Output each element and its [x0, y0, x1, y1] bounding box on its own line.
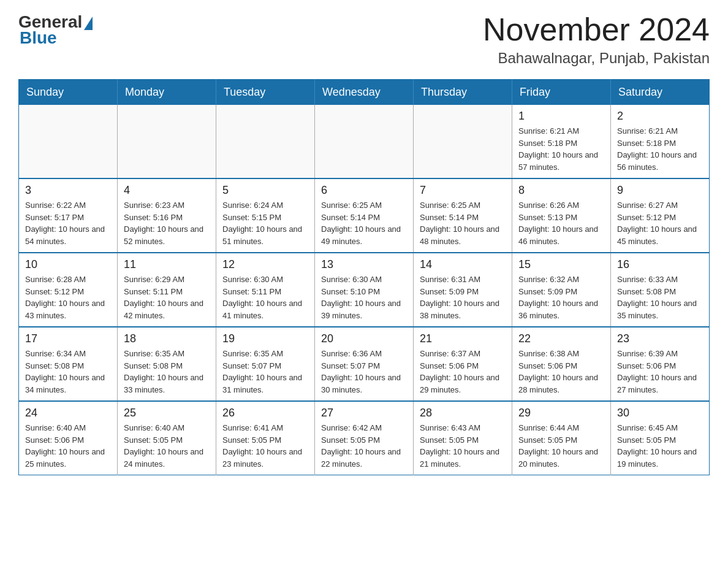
day-number: 24: [25, 407, 111, 419]
calendar-cell: 21Sunrise: 6:37 AM Sunset: 5:06 PM Dayli…: [414, 327, 512, 401]
day-info: Sunrise: 6:27 AM Sunset: 5:12 PM Dayligh…: [617, 199, 703, 247]
day-info: Sunrise: 6:32 AM Sunset: 5:09 PM Dayligh…: [518, 274, 604, 321]
calendar-week-4: 17Sunrise: 6:34 AM Sunset: 5:08 PM Dayli…: [19, 327, 710, 401]
day-number: 16: [617, 258, 703, 271]
day-number: 19: [222, 332, 308, 345]
title-section: November 2024 Bahawalnagar, Punjab, Paki…: [483, 12, 710, 67]
calendar-cell: 24Sunrise: 6:40 AM Sunset: 5:06 PM Dayli…: [19, 401, 118, 475]
day-number: 7: [420, 184, 506, 197]
calendar-cell: 5Sunrise: 6:24 AM Sunset: 5:15 PM Daylig…: [216, 178, 315, 253]
logo: General Blue: [18, 12, 93, 48]
weekday-header-saturday: Saturday: [611, 80, 710, 105]
calendar-cell: 13Sunrise: 6:30 AM Sunset: 5:10 PM Dayli…: [315, 253, 414, 327]
day-number: 9: [617, 184, 703, 197]
day-number: 8: [518, 184, 604, 197]
day-info: Sunrise: 6:40 AM Sunset: 5:05 PM Dayligh…: [124, 422, 210, 470]
day-info: Sunrise: 6:29 AM Sunset: 5:11 PM Dayligh…: [124, 274, 210, 321]
calendar-week-3: 10Sunrise: 6:28 AM Sunset: 5:12 PM Dayli…: [19, 253, 710, 327]
page-header: General Blue November 2024 Bahawalnagar,…: [18, 12, 710, 67]
calendar-table: SundayMondayTuesdayWednesdayThursdayFrid…: [18, 79, 710, 475]
calendar-cell: 10Sunrise: 6:28 AM Sunset: 5:12 PM Dayli…: [19, 253, 118, 327]
day-info: Sunrise: 6:35 AM Sunset: 5:08 PM Dayligh…: [124, 348, 210, 396]
logo-triangle-icon: [84, 17, 93, 30]
location-title: Bahawalnagar, Punjab, Pakistan: [483, 50, 710, 67]
day-info: Sunrise: 6:34 AM Sunset: 5:08 PM Dayligh…: [25, 348, 111, 396]
day-info: Sunrise: 6:30 AM Sunset: 5:10 PM Dayligh…: [321, 274, 407, 321]
day-number: 12: [222, 258, 308, 271]
calendar-cell: 18Sunrise: 6:35 AM Sunset: 5:08 PM Dayli…: [118, 327, 216, 401]
weekday-header-tuesday: Tuesday: [216, 80, 315, 105]
calendar-cell: 27Sunrise: 6:42 AM Sunset: 5:05 PM Dayli…: [315, 401, 414, 475]
calendar-cell: [315, 105, 414, 178]
day-number: 26: [222, 407, 308, 419]
calendar-cell: 22Sunrise: 6:38 AM Sunset: 5:06 PM Dayli…: [512, 327, 611, 401]
logo-blue-text: Blue: [20, 28, 57, 48]
day-number: 28: [420, 407, 506, 419]
day-info: Sunrise: 6:33 AM Sunset: 5:08 PM Dayligh…: [617, 274, 703, 321]
day-number: 3: [25, 184, 111, 197]
day-number: 21: [420, 332, 506, 345]
day-info: Sunrise: 6:40 AM Sunset: 5:06 PM Dayligh…: [25, 422, 111, 470]
day-number: 4: [124, 184, 210, 197]
day-number: 15: [518, 258, 604, 271]
calendar-cell: [414, 105, 512, 178]
day-info: Sunrise: 6:21 AM Sunset: 5:18 PM Dayligh…: [518, 125, 604, 173]
day-number: 18: [124, 332, 210, 345]
weekday-header-friday: Friday: [512, 80, 611, 105]
day-number: 22: [518, 332, 604, 345]
day-number: 27: [321, 407, 407, 419]
calendar-cell: 26Sunrise: 6:41 AM Sunset: 5:05 PM Dayli…: [216, 401, 315, 475]
calendar-cell: 1Sunrise: 6:21 AM Sunset: 5:18 PM Daylig…: [512, 105, 611, 178]
weekday-header-monday: Monday: [118, 80, 216, 105]
day-number: 10: [25, 258, 111, 271]
weekday-header-wednesday: Wednesday: [315, 80, 414, 105]
calendar-cell: [19, 105, 118, 178]
calendar-cell: 6Sunrise: 6:25 AM Sunset: 5:14 PM Daylig…: [315, 178, 414, 253]
day-info: Sunrise: 6:43 AM Sunset: 5:05 PM Dayligh…: [420, 422, 506, 470]
calendar-cell: 16Sunrise: 6:33 AM Sunset: 5:08 PM Dayli…: [611, 253, 710, 327]
calendar-cell: 11Sunrise: 6:29 AM Sunset: 5:11 PM Dayli…: [118, 253, 216, 327]
calendar-cell: [216, 105, 315, 178]
day-info: Sunrise: 6:22 AM Sunset: 5:17 PM Dayligh…: [25, 199, 111, 247]
calendar-cell: 12Sunrise: 6:30 AM Sunset: 5:11 PM Dayli…: [216, 253, 315, 327]
day-info: Sunrise: 6:28 AM Sunset: 5:12 PM Dayligh…: [25, 274, 111, 321]
day-info: Sunrise: 6:31 AM Sunset: 5:09 PM Dayligh…: [420, 274, 506, 321]
day-number: 30: [617, 407, 703, 419]
calendar-cell: 23Sunrise: 6:39 AM Sunset: 5:06 PM Dayli…: [611, 327, 710, 401]
weekday-header-sunday: Sunday: [19, 80, 118, 105]
day-number: 14: [420, 258, 506, 271]
calendar-cell: 25Sunrise: 6:40 AM Sunset: 5:05 PM Dayli…: [118, 401, 216, 475]
calendar-week-2: 3Sunrise: 6:22 AM Sunset: 5:17 PM Daylig…: [19, 178, 710, 253]
weekday-header-thursday: Thursday: [414, 80, 512, 105]
calendar-cell: 15Sunrise: 6:32 AM Sunset: 5:09 PM Dayli…: [512, 253, 611, 327]
calendar-cell: 2Sunrise: 6:21 AM Sunset: 5:18 PM Daylig…: [611, 105, 710, 178]
calendar-cell: 9Sunrise: 6:27 AM Sunset: 5:12 PM Daylig…: [611, 178, 710, 253]
day-number: 29: [518, 407, 604, 419]
calendar-week-1: 1Sunrise: 6:21 AM Sunset: 5:18 PM Daylig…: [19, 105, 710, 178]
day-info: Sunrise: 6:42 AM Sunset: 5:05 PM Dayligh…: [321, 422, 407, 470]
day-info: Sunrise: 6:23 AM Sunset: 5:16 PM Dayligh…: [124, 199, 210, 247]
day-info: Sunrise: 6:39 AM Sunset: 5:06 PM Dayligh…: [617, 348, 703, 396]
day-info: Sunrise: 6:35 AM Sunset: 5:07 PM Dayligh…: [222, 348, 308, 396]
calendar-cell: 30Sunrise: 6:45 AM Sunset: 5:05 PM Dayli…: [611, 401, 710, 475]
day-number: 11: [124, 258, 210, 271]
day-info: Sunrise: 6:30 AM Sunset: 5:11 PM Dayligh…: [222, 274, 308, 321]
day-number: 25: [124, 407, 210, 419]
day-number: 20: [321, 332, 407, 345]
day-number: 5: [222, 184, 308, 197]
day-number: 13: [321, 258, 407, 271]
calendar-cell: 4Sunrise: 6:23 AM Sunset: 5:16 PM Daylig…: [118, 178, 216, 253]
day-number: 2: [617, 110, 703, 123]
day-info: Sunrise: 6:26 AM Sunset: 5:13 PM Dayligh…: [518, 199, 604, 247]
day-info: Sunrise: 6:25 AM Sunset: 5:14 PM Dayligh…: [420, 199, 506, 247]
day-info: Sunrise: 6:36 AM Sunset: 5:07 PM Dayligh…: [321, 348, 407, 396]
day-number: 17: [25, 332, 111, 345]
day-info: Sunrise: 6:21 AM Sunset: 5:18 PM Dayligh…: [617, 125, 703, 173]
month-title: November 2024: [483, 12, 710, 47]
day-info: Sunrise: 6:44 AM Sunset: 5:05 PM Dayligh…: [518, 422, 604, 470]
day-info: Sunrise: 6:24 AM Sunset: 5:15 PM Dayligh…: [222, 199, 308, 247]
day-info: Sunrise: 6:37 AM Sunset: 5:06 PM Dayligh…: [420, 348, 506, 396]
day-info: Sunrise: 6:38 AM Sunset: 5:06 PM Dayligh…: [518, 348, 604, 396]
day-info: Sunrise: 6:45 AM Sunset: 5:05 PM Dayligh…: [617, 422, 703, 470]
calendar-header-row: SundayMondayTuesdayWednesdayThursdayFrid…: [19, 80, 710, 105]
